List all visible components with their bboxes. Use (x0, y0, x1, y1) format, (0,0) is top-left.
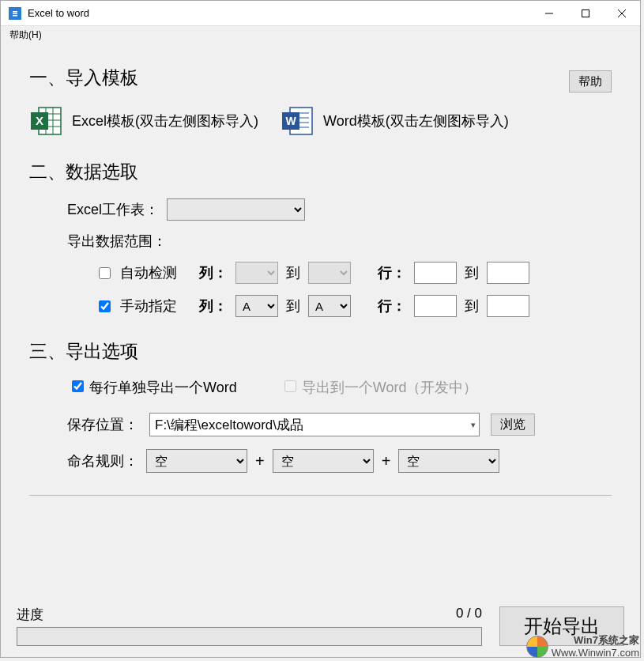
auto-row-from[interactable] (414, 262, 457, 284)
col-label-auto: 列： (199, 263, 228, 282)
save-location-row: 保存位置： F:\编程\exceltoword\成品 ▾ 浏览 (67, 413, 612, 436)
manual-label: 手动指定 (120, 297, 177, 315)
word-icon[interactable]: W (281, 104, 314, 138)
progress-value: 0 / 0 (456, 606, 482, 624)
to-label-4: 到 (465, 297, 479, 315)
col-label-manual: 列： (199, 297, 228, 315)
manual-col-to[interactable]: A (308, 295, 351, 317)
name-part2-select[interactable]: 空 (273, 449, 374, 473)
name-part3-select[interactable]: 空 (398, 449, 499, 473)
excel-icon[interactable]: X (29, 104, 62, 138)
save-path-combo[interactable]: F:\编程\exceltoword\成品 ▾ (149, 413, 480, 436)
manual-row: 手动指定 列： A 到 A 行： 到 (99, 295, 612, 317)
progress-label: 进度 (17, 606, 43, 624)
opt-single-checkbox (284, 380, 296, 392)
sheet-row: Excel工作表： (67, 198, 612, 221)
plus-2: + (382, 452, 391, 470)
svg-rect-1 (13, 11, 17, 13)
progress-block: 进度 0 / 0 (17, 606, 482, 646)
section2-title: 二、数据选取 (29, 160, 612, 184)
separator (29, 495, 612, 496)
minimize-button[interactable] (531, 1, 567, 25)
window-controls (531, 1, 640, 25)
manual-row-to[interactable] (487, 295, 529, 317)
row-label-auto: 行： (378, 263, 406, 282)
sheet-select[interactable] (167, 198, 305, 221)
svg-rect-2 (13, 13, 17, 14)
auto-row-to[interactable] (487, 262, 529, 284)
opt-single: 导出到一个Word（开发中） (284, 378, 478, 397)
svg-rect-3 (13, 15, 17, 17)
browse-button[interactable]: 浏览 (491, 414, 535, 436)
titlebar: Excel to word (1, 1, 640, 26)
save-label: 保存位置： (67, 415, 138, 434)
save-path-text: F:\编程\exceltoword\成品 (155, 416, 303, 434)
close-button[interactable] (604, 1, 640, 25)
auto-detect-checkbox[interactable] (99, 267, 111, 279)
svg-rect-5 (582, 9, 589, 17)
excel-template-label: Excel模板(双击左侧图标导入) (72, 111, 258, 130)
export-options-row: 每行单独导出一个Word 导出到一个Word（开发中） (72, 378, 612, 397)
auto-detect-label: 自动检测 (120, 263, 177, 282)
naming-rule-row: 命名规则： 空 + 空 + 空 (67, 449, 612, 473)
footer: 进度 0 / 0 开始导出 (17, 606, 624, 646)
range-label-row: 导出数据范围： (67, 232, 612, 251)
start-export-button[interactable]: 开始导出 (499, 606, 624, 646)
auto-detect-row: 自动检测 列： 到 行： 到 (99, 262, 612, 284)
name-label: 命名规则： (67, 451, 138, 470)
menu-help[interactable]: 帮助(H) (5, 27, 47, 43)
sheet-label: Excel工作表： (67, 200, 159, 219)
window-title: Excel to word (28, 7, 531, 19)
manual-row-from[interactable] (414, 295, 457, 317)
section3-title: 三、导出选项 (29, 339, 612, 364)
app-window: Excel to word 帮助(H) 一、导入模板 帮助 (0, 0, 641, 658)
manual-col-from[interactable]: A (235, 295, 278, 317)
auto-col-from (235, 262, 278, 284)
chevron-down-icon: ▾ (471, 420, 476, 430)
to-label-3: 到 (286, 297, 300, 315)
plus-1: + (255, 452, 265, 470)
manual-checkbox[interactable] (99, 300, 111, 312)
maximize-button[interactable] (567, 1, 604, 25)
opt-per-row[interactable]: 每行单独导出一个Word (72, 378, 237, 397)
to-label-2: 到 (465, 263, 479, 282)
row-label-manual: 行： (378, 297, 406, 315)
menubar: 帮助(H) (1, 26, 640, 43)
content-area: 一、导入模板 帮助 X Excel模板(双击左侧图标导入) W (1, 43, 640, 496)
svg-text:X: X (36, 114, 43, 127)
svg-text:W: W (285, 115, 296, 127)
progress-bar (17, 627, 482, 646)
section1-title: 一、导入模板 (29, 66, 612, 90)
help-button[interactable]: 帮助 (569, 70, 612, 93)
to-label-1: 到 (286, 263, 300, 282)
word-template-label: Word模板(双击左侧图标导入) (323, 111, 509, 130)
opt-single-label: 导出到一个Word（开发中） (302, 380, 478, 395)
app-icon (9, 7, 21, 20)
opt-per-row-checkbox[interactable] (72, 380, 84, 392)
template-row: X Excel模板(双击左侧图标导入) W Word模板(双击左侧图标导入) (29, 104, 612, 138)
name-part1-select[interactable]: 空 (146, 449, 247, 473)
range-label: 导出数据范围： (67, 232, 167, 251)
opt-per-row-label: 每行单独导出一个Word (89, 380, 237, 395)
auto-col-to (308, 262, 351, 284)
